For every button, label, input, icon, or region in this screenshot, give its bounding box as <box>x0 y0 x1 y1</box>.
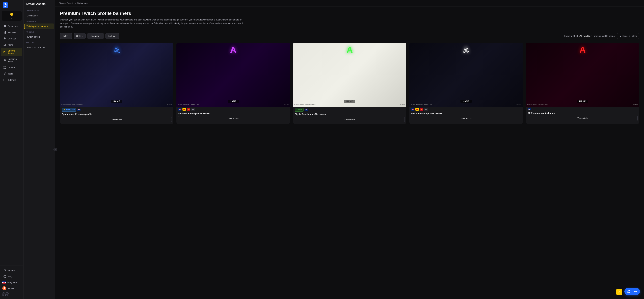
chevron-down-icon-3: ▾ <box>100 35 101 37</box>
credits-count: 0 <box>11 17 12 19</box>
card-letter-zenith: A <box>230 45 236 55</box>
flag-de-badge-2: 🇩🇪 <box>182 108 186 111</box>
sidebar-item-search[interactable]: Search <box>1 267 22 273</box>
sidebar-item-chatbot-label: Chatbot <box>8 66 16 69</box>
svg-marker-8 <box>4 38 6 39</box>
card-letter-venin: A <box>463 45 470 55</box>
card-image-venin: A NAME TWITCH PROFILE BANNER & PICOWN3D <box>410 43 523 107</box>
staff-pick-label: Staff Pick <box>66 109 75 111</box>
view-details-button-synthrunner[interactable]: View details <box>62 117 172 122</box>
warning-badge[interactable]: ⚠ <box>616 289 622 295</box>
staff-pick-badge: ⚡ Staff Pick <box>62 108 76 112</box>
card-image-zenith: A NAME TWITCH PROFILE BANNER & PICOWN3D <box>176 43 290 107</box>
panel-nav-downloads[interactable]: Downloads <box>24 13 54 19</box>
sidebar-item-language[interactable]: 🇬🇧 Language <box>0 280 23 285</box>
sidebar-item-dashboard-label: Dashboard <box>8 25 18 28</box>
sidebar-item-epidemic-sound[interactable]: Epidemic Sound <box>1 56 22 64</box>
help-circle-icon <box>3 275 6 278</box>
card-badges-zenith: 🇬🇧 🇩🇪 🇪🇸 +6 <box>176 107 290 111</box>
sidebar-item-statistics[interactable]: Statistics <box>1 29 22 35</box>
flag-uk-badge-2: 🇬🇧 <box>178 108 182 111</box>
bell-icon <box>3 43 6 46</box>
sort-by-filter-button[interactable]: Sort by ▾ <box>106 33 119 39</box>
card-bf[interactable]: A NAME TWITCH PROFILE BANNER & PICOWN3D … <box>526 43 639 124</box>
flag-uk-badge-4: 🇬🇧 <box>411 108 414 111</box>
page-title: Premium Twitch profile banners <box>60 11 639 16</box>
profile-avatar <box>2 286 6 290</box>
svg-rect-6 <box>4 32 5 34</box>
music-icon <box>3 59 6 62</box>
sidebar-item-faq[interactable]: FAQ <box>1 273 22 279</box>
section-label-panels: Panels <box>24 29 55 34</box>
sidebar-language-label: Language <box>7 281 17 283</box>
sidebar-faq-label: FAQ <box>8 275 12 278</box>
card-name-strip-zenith: NAME <box>228 100 239 103</box>
reset-filters-button[interactable]: ↺ Reset all filters <box>617 33 639 39</box>
card-letter-skylla: A <box>346 45 353 55</box>
sidebar-item-dashboard[interactable]: Dashboard <box>1 23 22 29</box>
search-icon <box>3 269 6 272</box>
logo-area <box>0 0 23 10</box>
flag-de-badge-4: 🇩🇪 <box>416 108 419 111</box>
view-details-button-venin[interactable]: View details <box>411 116 521 121</box>
card-name-strip-bf: NAME <box>577 100 588 103</box>
card-footer-zenith: TWITCH PROFILE BANNER & PICOWN3D <box>176 104 290 106</box>
sidebar: 0 Dashboard Statistics <box>0 0 24 299</box>
filter-bar: Color ▾ Style ▾ Language ▾ Sort by ▾ Sho… <box>60 33 639 39</box>
panel-nav-twitch-panels[interactable]: Twitch panels <box>24 34 54 40</box>
card-image-bf: A NAME TWITCH PROFILE BANNER & PICOWN3D <box>526 43 639 107</box>
color-filter-label: Color <box>62 35 68 37</box>
staff-pick-icon: ⚡ <box>63 109 66 111</box>
card-title-bf: BF Premium profile banner <box>528 112 638 114</box>
flag-uk-badge-5: 🇬🇧 <box>528 108 531 110</box>
bar-chart-icon <box>3 31 6 34</box>
style-filter-button[interactable]: Style ▾ <box>74 33 86 39</box>
view-details-button-zenith[interactable]: View details <box>178 116 288 121</box>
panel-nav-twitch-sub-emotes[interactable]: Twitch sub emotes <box>24 45 54 50</box>
color-filter-button[interactable]: Color ▾ <box>60 33 72 39</box>
card-name-strip-skylla: NAME <box>344 100 355 103</box>
content-area: Premium Twitch profile banners Upgrade y… <box>55 7 644 299</box>
sidebar-item-stream-assets[interactable]: Stream Assets <box>1 48 22 56</box>
card-name-strip-synthrunner: NAME <box>111 100 122 103</box>
panel-nav-downloads-label: Downloads <box>27 15 38 17</box>
card-zenith[interactable]: A NAME TWITCH PROFILE BANNER & PICOWN3D … <box>176 43 290 124</box>
card-venin[interactable]: A NAME TWITCH PROFILE BANNER & PICOWN3D … <box>410 43 523 124</box>
card-skylla[interactable]: A NAME TWITCH PROFILE BANNER & PICOWN3D … <box>293 43 406 124</box>
chevron-down-icon-4: ▾ <box>116 35 117 37</box>
language-filter-button[interactable]: Language ▾ <box>87 33 104 39</box>
panel-nav-twitch-profile-banners[interactable]: Twitch profile banners <box>24 24 54 29</box>
svg-point-12 <box>5 60 6 61</box>
new-badge-label: New <box>298 109 302 111</box>
sidebar-item-tools[interactable]: Tools <box>1 71 22 77</box>
sidebar-item-stream-assets-label: Stream Assets <box>8 50 20 55</box>
more-badge-zenith: +6 <box>191 108 196 111</box>
sidebar-item-tutorials-label: Tutorials <box>8 79 16 81</box>
svg-point-0 <box>4 4 7 7</box>
sidebar-item-statistics-label: Statistics <box>8 31 16 34</box>
wrench-icon <box>3 72 6 75</box>
view-details-button-skylla[interactable]: View details <box>295 117 405 122</box>
sidebar-item-profile[interactable]: Profile <box>0 285 23 291</box>
view-details-button-bf[interactable]: View details <box>528 116 638 121</box>
cards-grid: A NAME TWITCH PROFILE BANNER & PICOWN3D … <box>60 43 639 124</box>
card-footer-synthrunner: TWITCH PROFILE BANNER & PICOWN3D <box>60 104 174 106</box>
sidebar-item-alerts[interactable]: Alerts <box>1 42 22 48</box>
sidebar-item-overlays[interactable]: Overlays <box>1 36 22 42</box>
chat-fab-button[interactable]: Chat <box>624 288 640 295</box>
sidebar-item-epidemic-sound-label: Epidemic Sound <box>8 58 20 63</box>
sidebar-profile-label: Profile <box>8 287 14 289</box>
style-filter-label: Style <box>76 35 81 37</box>
middle-panel: Stream Assets Downloads Downloads Banner… <box>24 0 55 299</box>
sidebar-item-tutorials[interactable]: Tutorials <box>1 77 22 83</box>
credits-box: 0 <box>2 11 22 21</box>
card-synthrunner[interactable]: A NAME TWITCH PROFILE BANNER & PICOWN3D … <box>60 43 174 124</box>
more-badge-venin: +6 <box>424 108 428 111</box>
chat-bubble-icon <box>628 290 630 293</box>
breadcrumb: Shop all Twitch profile banners <box>55 0 644 7</box>
collapse-panel-button[interactable]: ‹ <box>54 148 57 151</box>
card-title-zenith: Zenith Premium profile banner <box>178 112 288 115</box>
sidebar-item-chatbot[interactable]: Chatbot <box>1 65 22 71</box>
svg-rect-7 <box>5 31 6 34</box>
book-open-icon <box>3 78 6 81</box>
